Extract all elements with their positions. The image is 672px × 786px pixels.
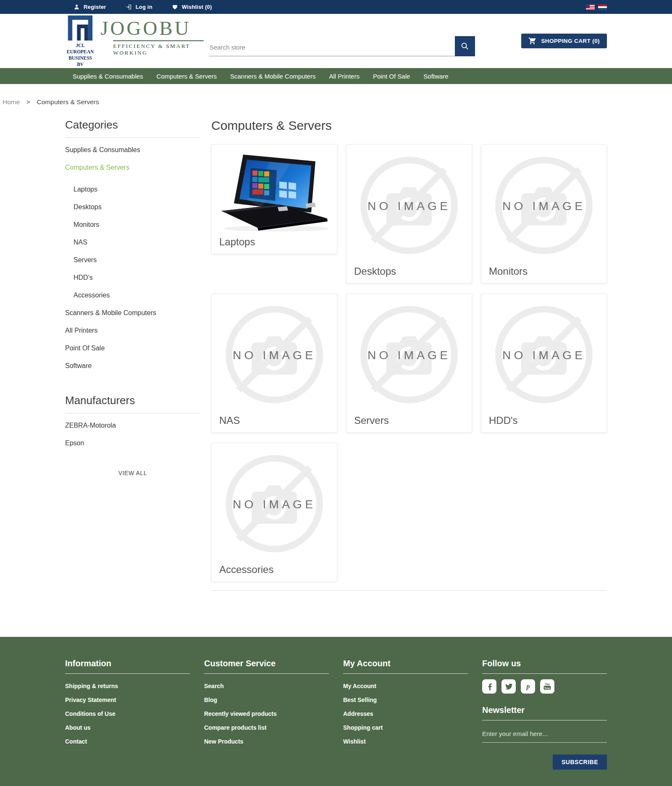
category-card-desktops[interactable]: NO IMAGE Desktops bbox=[346, 145, 472, 284]
breadcrumb-current: Computers & Servers bbox=[37, 98, 99, 106]
logo-company-line1: JCL EUROPEAN bbox=[65, 42, 95, 55]
sidebar-item-computers-servers[interactable]: Computers & Servers bbox=[65, 159, 200, 176]
category-grid: Laptops NO IMAGE Desktops bbox=[211, 145, 607, 582]
login-link[interactable]: Log in bbox=[126, 4, 152, 10]
category-card-hdds[interactable]: NO IMAGE HDD's bbox=[481, 294, 607, 433]
sidebar-item-zebra-motorola[interactable]: ZEBRA-Motorola bbox=[65, 417, 200, 434]
footer-link-search[interactable]: Search bbox=[204, 679, 329, 693]
footer-link-compare-products-list[interactable]: Compare products list bbox=[204, 721, 329, 735]
sidebar-subitem-servers[interactable]: Servers bbox=[74, 251, 200, 269]
main-content: Computers & Servers bbox=[211, 118, 607, 591]
sidebar-subitem-monitors[interactable]: Monitors bbox=[74, 216, 200, 234]
heart-icon bbox=[172, 4, 178, 10]
pinterest-icon[interactable]: p bbox=[521, 679, 535, 694]
logo-wordmark: JOGOBU EFFICIENCY & SMART WORKING bbox=[100, 14, 204, 68]
category-card-accessories[interactable]: NO IMAGE Accessories bbox=[211, 443, 337, 582]
sidebar-subitem-laptops[interactable]: Laptops bbox=[74, 181, 200, 198]
sidebar-item-software[interactable]: Software bbox=[65, 357, 200, 375]
footer-link-shopping-cart[interactable]: Shopping cart bbox=[343, 721, 468, 735]
nav-item-computers-servers[interactable]: Computers & Servers bbox=[150, 73, 223, 80]
search-input[interactable] bbox=[209, 39, 455, 56]
footer-link-conditions-of-use[interactable]: Conditions of Use bbox=[65, 707, 190, 721]
sidebar-item-epson[interactable]: Epson bbox=[65, 434, 200, 452]
flag-nl-icon[interactable] bbox=[598, 4, 607, 10]
category-card-nas[interactable]: NO IMAGE NAS bbox=[211, 294, 337, 433]
logo-company-line2: BUSINESS BV bbox=[65, 55, 95, 68]
twitter-icon[interactable] bbox=[501, 679, 516, 694]
category-card-title: Laptops bbox=[219, 236, 333, 248]
newsletter-title: Newsletter bbox=[482, 705, 607, 715]
logo-mark-icon bbox=[65, 14, 95, 41]
manufacturers-title: Manufacturers bbox=[65, 394, 200, 407]
search-button[interactable] bbox=[455, 36, 475, 56]
no-image-placeholder-icon: NO IMAGE bbox=[215, 298, 333, 411]
logo[interactable]: JCL EUROPEAN BUSINESS BV JOGOBU EFFICIEN… bbox=[65, 14, 204, 68]
search-box bbox=[209, 36, 475, 56]
no-image-label: NO IMAGE bbox=[502, 200, 585, 213]
category-card-servers[interactable]: NO IMAGE Servers bbox=[346, 294, 472, 433]
footer-link-best-selling[interactable]: Best Selling bbox=[343, 693, 468, 707]
footer-link-privacy-statement[interactable]: Privacy Statement bbox=[65, 693, 190, 707]
language-switcher bbox=[586, 4, 607, 10]
footer-link-recently-viewed-products[interactable]: Recently viewed products bbox=[204, 707, 329, 721]
shopping-cart-button[interactable]: SHOPPING CART (0) bbox=[521, 34, 607, 48]
nav-item-point-of-sale[interactable]: Point Of Sale bbox=[366, 73, 417, 80]
footer-link-addresses[interactable]: Addresses bbox=[343, 707, 468, 721]
follow-us-title: Follow us bbox=[482, 659, 607, 668]
subscribe-button[interactable]: SUBSCRIBE bbox=[553, 754, 607, 770]
nav-item-all-printers[interactable]: All Printers bbox=[322, 73, 366, 80]
sidebar-subitem-desktops[interactable]: Desktops bbox=[74, 198, 200, 216]
breadcrumb-home-link[interactable]: Home bbox=[3, 98, 20, 106]
sidebar-subitem-hdds[interactable]: HDD's bbox=[74, 269, 200, 287]
footer-link-contact[interactable]: Contact bbox=[65, 735, 190, 749]
breadcrumb: Home > Computers & Servers bbox=[0, 98, 542, 106]
register-label: Register bbox=[84, 4, 106, 10]
category-card-title: HDD's bbox=[489, 415, 603, 426]
no-image-placeholder-icon: NO IMAGE bbox=[215, 447, 333, 560]
footer-column-my-account: My Account My Account Best Selling Addre… bbox=[343, 659, 468, 770]
page-title: Computers & Servers bbox=[211, 118, 607, 133]
sidebar-subitem-accessories[interactable]: Accessories bbox=[74, 287, 200, 304]
newsletter-email-input[interactable] bbox=[482, 726, 607, 743]
divider bbox=[65, 137, 200, 138]
footer-link-about-us[interactable]: About us bbox=[65, 721, 190, 735]
svg-text:Tube: Tube bbox=[544, 687, 551, 689]
nav-item-software[interactable]: Software bbox=[417, 73, 455, 80]
footer-link-my-account[interactable]: My Account bbox=[343, 679, 468, 693]
sidebar-item-all-printers[interactable]: All Printers bbox=[65, 322, 200, 339]
user-icon bbox=[74, 4, 80, 10]
wishlist-link[interactable]: Wishlist (0) bbox=[172, 4, 212, 10]
nav-item-supplies-consumables[interactable]: Supplies & Consumables bbox=[66, 73, 150, 80]
no-image-label: NO IMAGE bbox=[368, 200, 451, 213]
footer-link-blog[interactable]: Blog bbox=[204, 693, 329, 707]
header: JCL EUROPEAN BUSINESS BV JOGOBU EFFICIEN… bbox=[0, 14, 672, 68]
logo-mark-block: JCL EUROPEAN BUSINESS BV bbox=[65, 14, 95, 68]
flag-us-icon[interactable] bbox=[586, 4, 595, 10]
register-link[interactable]: Register bbox=[74, 4, 106, 10]
categories-title: Categories bbox=[65, 118, 200, 131]
no-image-label: NO IMAGE bbox=[233, 349, 316, 362]
search-icon bbox=[460, 42, 470, 51]
topbar: Register Log in Wishlist (0) bbox=[0, 0, 672, 14]
footer-link-shipping-returns[interactable]: Shipping & returns bbox=[65, 679, 190, 693]
footer-link-new-products[interactable]: New Products bbox=[204, 735, 329, 749]
youtube-icon[interactable]: YouTube bbox=[540, 679, 554, 694]
divider bbox=[65, 413, 200, 413]
category-card-monitors[interactable]: NO IMAGE Monitors bbox=[481, 145, 607, 284]
manufacturers-block: Manufacturers ZEBRA-Motorola Epson VIEW … bbox=[65, 394, 200, 476]
footer-links: Shipping & returns Privacy Statement Con… bbox=[65, 679, 190, 749]
facebook-icon[interactable] bbox=[482, 679, 496, 694]
nav-item-scanners-mobile-computers[interactable]: Scanners & Mobile Computers bbox=[223, 73, 322, 80]
category-card-title: NAS bbox=[219, 415, 333, 426]
brand-tagline: EFFICIENCY & SMART WORKING bbox=[113, 40, 204, 56]
sidebar: Categories Supplies & Consumables Comput… bbox=[65, 118, 200, 591]
footer-link-wishlist[interactable]: Wishlist bbox=[343, 735, 468, 749]
sidebar-item-point-of-sale[interactable]: Point Of Sale bbox=[65, 339, 200, 357]
view-all-button[interactable]: VIEW ALL bbox=[65, 470, 200, 476]
category-card-laptops[interactable]: Laptops bbox=[211, 145, 337, 254]
sidebar-item-supplies-consumables[interactable]: Supplies & Consumables bbox=[65, 141, 200, 159]
sidebar-item-scanners-mobile-computers[interactable]: Scanners & Mobile Computers bbox=[65, 304, 200, 322]
social-icons: p YouTube bbox=[482, 679, 607, 694]
sidebar-subitem-nas[interactable]: NAS bbox=[74, 234, 200, 251]
categories-list: Supplies & Consumables Computers & Serve… bbox=[65, 141, 200, 375]
